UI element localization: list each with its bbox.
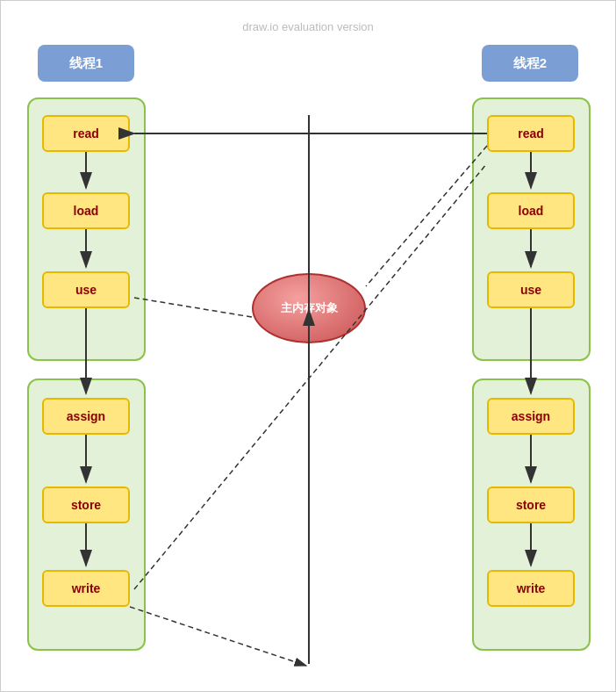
thread1-read: read	[42, 115, 130, 152]
dashed-t2-read-memory	[366, 146, 487, 286]
thread1-store: store	[42, 487, 130, 523]
thread1-use: use	[42, 271, 130, 308]
thread1-write: write	[42, 570, 130, 607]
thread2-use: use	[487, 271, 575, 308]
thread1-assign: assign	[42, 398, 130, 435]
dashed-t1-write-bottom	[130, 607, 306, 666]
thread1-load: load	[42, 192, 130, 229]
thread2-store: store	[487, 487, 575, 523]
watermark: draw.io evaluation version	[242, 20, 374, 33]
dashed-long-diagonal	[134, 163, 487, 589]
canvas: draw.io evaluation version 线程1 线程2 read …	[0, 0, 616, 692]
thread2-write: write	[487, 570, 575, 607]
thread2-assign: assign	[487, 398, 575, 435]
thread1-header: 线程1	[38, 45, 134, 82]
thread2-load: load	[487, 192, 575, 229]
dashed-memory-t1-use	[134, 298, 252, 317]
thread2-read: read	[487, 115, 575, 152]
thread2-header: 线程2	[482, 45, 578, 82]
memory-ellipse: 主内存对象	[252, 273, 366, 343]
